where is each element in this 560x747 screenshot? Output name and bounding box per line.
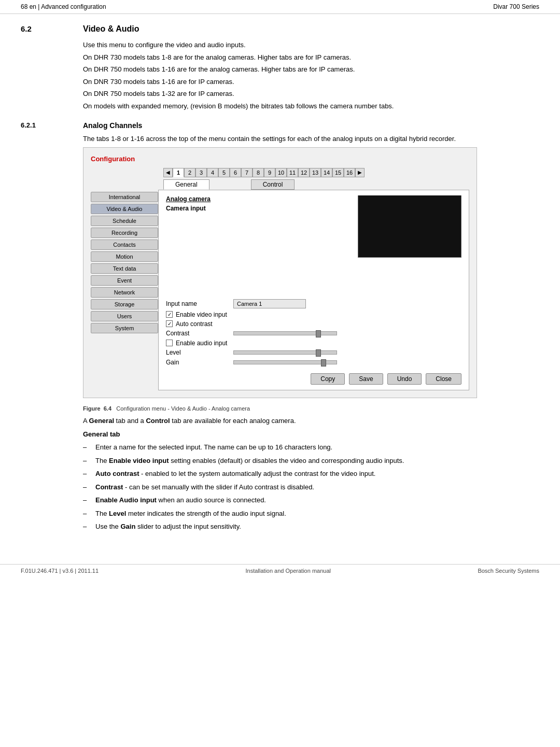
body-para-1: A General tab and a Control tab are avai…: [83, 416, 539, 426]
copy-button[interactable]: Copy: [311, 373, 345, 385]
level-row: Level: [166, 349, 461, 356]
sidebar-item-system[interactable]: System: [91, 323, 158, 333]
auto-contrast-label: Auto contrast: [176, 320, 213, 328]
tab-7[interactable]: 7: [241, 168, 253, 177]
tab-12[interactable]: 12: [298, 168, 310, 177]
footer-left: F.01U.246.471 | v3.6 | 2011.11: [21, 568, 99, 574]
general-tab-title: General tab: [83, 429, 539, 440]
section-intro-2: On DHR 730 models tabs 1-8 are for the a…: [83, 52, 539, 63]
enable-video-checkbox[interactable]: ✓: [166, 311, 173, 318]
tab-general[interactable]: General: [163, 179, 209, 190]
tab-6[interactable]: 6: [230, 168, 241, 177]
level-label: Level: [166, 349, 233, 356]
footer-center: Installation and Operation manual: [245, 568, 331, 574]
list-item: – Contrast - can be set manually with th…: [83, 482, 539, 492]
section-intro-6: On models with expanded memory, (revisio…: [83, 101, 539, 111]
section-intro-5: On DNR 750 models tabs 1-32 are for IP c…: [83, 89, 539, 99]
bullet-list: – Enter a name for the selected input. T…: [83, 442, 539, 532]
sidebar-item-contacts[interactable]: Contacts: [91, 239, 158, 250]
config-footer: Copy Save Undo Close: [166, 373, 461, 385]
tab-control[interactable]: Control: [251, 179, 295, 190]
section-6-2: 6.2 Video & Audio: [21, 24, 539, 34]
sidebar-item-storage[interactable]: Storage: [91, 299, 158, 309]
tab-next-arrow[interactable]: ▶: [355, 168, 365, 177]
tab-15[interactable]: 15: [332, 168, 344, 177]
config-main-panel: Analog camera Camera input Input name ✓ …: [158, 190, 469, 390]
enable-audio-label: Enable audio input: [176, 340, 227, 347]
footer-right: Bosch Security Systems: [478, 568, 539, 574]
close-button[interactable]: Close: [426, 373, 461, 385]
config-box: Configuration ◀ 1 2 3 4 5 6 7 8 9 10 11 …: [83, 147, 477, 398]
subsection-6-2-1: 6.2.1 Analog Channels: [21, 121, 539, 130]
enable-video-label: Enable video input: [176, 311, 227, 318]
tab-prev-arrow[interactable]: ◀: [163, 168, 173, 177]
page-footer: F.01U.246.471 | v3.6 | 2011.11 Installat…: [0, 564, 560, 577]
section-intro-1: Use this menu to configure the video and…: [83, 40, 539, 50]
page-header: 68 en | Advanced configuration Divar 700…: [0, 0, 560, 14]
sidebar-item-video-audio[interactable]: Video & Audio: [91, 204, 158, 214]
figure-caption: Figure 6.4 Configuration menu - Video & …: [83, 404, 539, 413]
enable-video-row: ✓ Enable video input: [166, 311, 461, 318]
list-item: – Enable Audio input when an audio sourc…: [83, 495, 539, 505]
sidebar-item-users[interactable]: Users: [91, 311, 158, 321]
auto-contrast-checkbox[interactable]: ✓: [166, 320, 173, 327]
gain-row: Gain: [166, 359, 461, 366]
input-name-label: Input name: [166, 300, 233, 307]
tab-3[interactable]: 3: [195, 168, 207, 177]
header-right: Divar 700 Series: [493, 3, 539, 10]
save-button[interactable]: Save: [349, 373, 383, 385]
auto-contrast-row: ✓ Auto contrast: [166, 320, 461, 328]
list-item: – Use the Gain slider to adjust the inpu…: [83, 522, 539, 532]
subsection-title: Analog Channels: [83, 121, 142, 130]
config-sidebar: International Video & Audio Schedule Rec…: [91, 190, 158, 390]
section-body: Use this menu to configure the video and…: [83, 40, 539, 111]
sidebar-item-international[interactable]: International: [91, 192, 158, 202]
config-inner: International Video & Audio Schedule Rec…: [91, 190, 469, 390]
config-title: Configuration: [91, 155, 469, 163]
tab-9[interactable]: 9: [264, 168, 275, 177]
tab-10[interactable]: 10: [275, 168, 287, 177]
tab-1[interactable]: 1: [173, 168, 184, 177]
camera-preview: [358, 195, 461, 258]
gain-label: Gain: [166, 359, 233, 366]
sidebar-item-recording[interactable]: Recording: [91, 228, 158, 238]
section-title: Video & Audio: [83, 24, 139, 34]
main-content: 6.2 Video & Audio Use this menu to confi…: [0, 14, 560, 548]
sidebar-item-event[interactable]: Event: [91, 275, 158, 286]
level-slider[interactable]: [233, 350, 337, 355]
tab-2[interactable]: 2: [184, 168, 195, 177]
list-item: – Auto contrast - enabled to let the sys…: [83, 469, 539, 479]
enable-audio-row: Enable audio input: [166, 340, 461, 347]
sidebar-item-text-data[interactable]: Text data: [91, 263, 158, 274]
tab-16[interactable]: 16: [344, 168, 355, 177]
tab-4[interactable]: 4: [207, 168, 218, 177]
contrast-row: Contrast: [166, 330, 461, 337]
sidebar-item-motion[interactable]: Motion: [91, 251, 158, 262]
contrast-slider[interactable]: [233, 331, 337, 335]
section-intro-3: On DHR 750 models tabs 1-16 are for the …: [83, 64, 539, 75]
tab-13[interactable]: 13: [310, 168, 321, 177]
tab-11[interactable]: 11: [287, 168, 298, 177]
tab-5[interactable]: 5: [218, 168, 230, 177]
sidebar-item-schedule[interactable]: Schedule: [91, 216, 158, 226]
subsection-intro: The tabs 1-8 or 1-16 across the top of t…: [83, 134, 539, 144]
input-name-field[interactable]: [233, 299, 306, 308]
input-name-row: Input name: [166, 299, 461, 308]
enable-audio-checkbox[interactable]: [166, 340, 173, 346]
section-intro-4: On DNR 730 models tabs 1-16 are for IP c…: [83, 77, 539, 87]
gain-slider[interactable]: [233, 360, 337, 364]
tab-14[interactable]: 14: [321, 168, 332, 177]
list-item: – The Level meter indicates the strength…: [83, 509, 539, 519]
undo-button[interactable]: Undo: [387, 373, 422, 385]
subsection-number: 6.2.1: [21, 121, 52, 130]
list-item: – The Enable video input setting enables…: [83, 456, 539, 466]
header-left: 68 en | Advanced configuration: [21, 3, 106, 10]
contrast-label: Contrast: [166, 330, 233, 337]
list-item: – Enter a name for the selected input. T…: [83, 442, 539, 453]
tab-8[interactable]: 8: [253, 168, 264, 177]
section-number: 6.2: [21, 24, 52, 34]
subsection-body: The tabs 1-8 or 1-16 across the top of t…: [83, 134, 539, 532]
sidebar-item-network[interactable]: Network: [91, 287, 158, 298]
